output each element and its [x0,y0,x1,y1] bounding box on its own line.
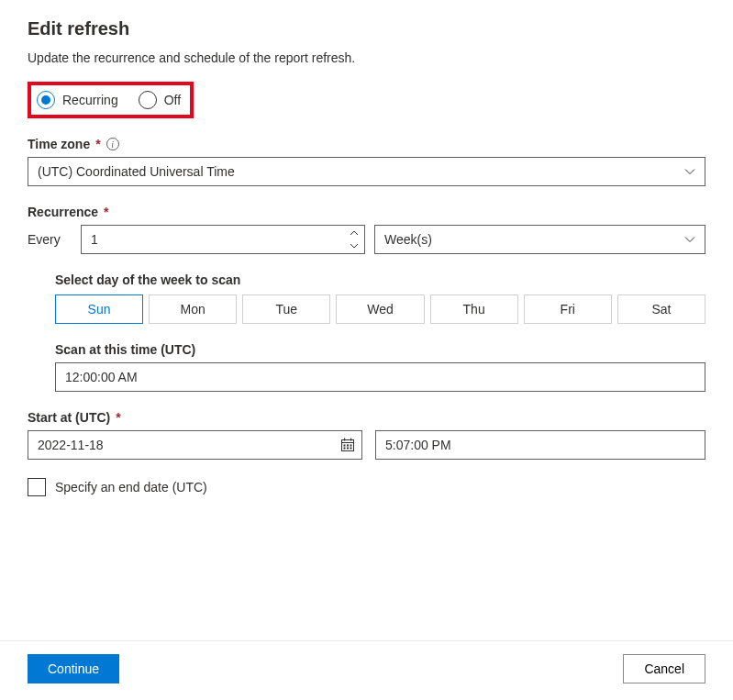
day-of-week-field: Select day of the week to scan SunMonTue… [55,272,705,324]
dialog-footer: Continue Cancel [0,640,733,700]
recurrence-unit-value: Week(s) [384,232,432,247]
required-marker: * [95,137,100,151]
recurrence-field: Recurrence * Every 1 Week(s) [28,205,705,254]
recurrence-unit-select[interactable]: Week(s) [374,225,705,254]
chevron-down-icon [684,166,695,177]
radio-off-icon [139,91,157,109]
recurrence-label: Recurrence [28,205,98,219]
required-marker: * [104,205,108,219]
start-date-input[interactable]: 2022-11-18 [28,430,362,460]
day-button-thu[interactable]: Thu [430,294,518,324]
radio-recurring-icon [37,91,55,109]
every-value-input[interactable]: 1 [81,225,365,254]
calendar-icon[interactable] [340,438,355,452]
day-of-week-label: Select day of the week to scan [55,272,705,287]
every-value: 1 [91,232,98,247]
required-marker: * [116,410,120,425]
day-button-wed[interactable]: Wed [336,294,424,324]
page-subtitle: Update the recurrence and schedule of th… [28,50,705,65]
svg-rect-2 [344,439,345,441]
svg-rect-3 [350,439,351,441]
radio-off-label: Off [164,93,181,107]
start-date-value: 2022-11-18 [38,438,104,452]
start-time-value: 5:07:00 PM [385,438,451,452]
cancel-button[interactable]: Cancel [623,654,705,683]
radio-recurring-label: Recurring [62,93,118,107]
page-title: Edit refresh [28,18,705,39]
every-label: Every [28,232,72,247]
scan-time-value: 12:00:00 AM [65,370,138,384]
timezone-select[interactable]: (UTC) Coordinated Universal Time [28,157,705,186]
svg-rect-9 [350,448,352,450]
svg-rect-5 [347,445,349,447]
start-at-field: Start at (UTC) * 2022-11-18 [28,410,705,460]
svg-rect-4 [344,445,346,447]
day-button-mon[interactable]: Mon [149,294,237,324]
chevron-down-icon [684,234,695,245]
scan-time-field: Scan at this time (UTC) 12:00:00 AM [55,342,705,392]
day-button-sat[interactable]: Sat [617,294,705,324]
svg-rect-6 [350,445,352,447]
spinner-up-icon[interactable] [349,227,361,239]
radio-option-off[interactable]: Off [139,91,181,109]
radio-group-schedule-type: Recurring Off [28,82,194,118]
radio-option-recurring[interactable]: Recurring [37,91,118,109]
day-button-fri[interactable]: Fri [524,294,612,324]
spinner-down-icon[interactable] [349,239,361,252]
svg-rect-8 [347,448,349,450]
scan-time-input[interactable]: 12:00:00 AM [55,362,705,392]
timezone-field: Time zone * i (UTC) Coordinated Universa… [28,137,705,186]
day-of-week-row: SunMonTueWedThuFriSat [55,294,705,324]
end-date-row: Specify an end date (UTC) [28,478,705,496]
day-button-tue[interactable]: Tue [242,294,330,324]
scan-time-label: Scan at this time (UTC) [55,342,705,357]
start-time-input[interactable]: 5:07:00 PM [375,430,705,460]
start-at-label: Start at (UTC) [28,410,110,425]
continue-button[interactable]: Continue [28,654,119,683]
svg-rect-7 [344,448,346,450]
timezone-label: Time zone [28,137,90,151]
info-icon[interactable]: i [106,138,119,150]
timezone-value: (UTC) Coordinated Universal Time [38,164,235,179]
end-date-label: Specify an end date (UTC) [55,480,207,494]
day-button-sun[interactable]: Sun [55,294,143,324]
end-date-checkbox[interactable] [28,478,46,496]
